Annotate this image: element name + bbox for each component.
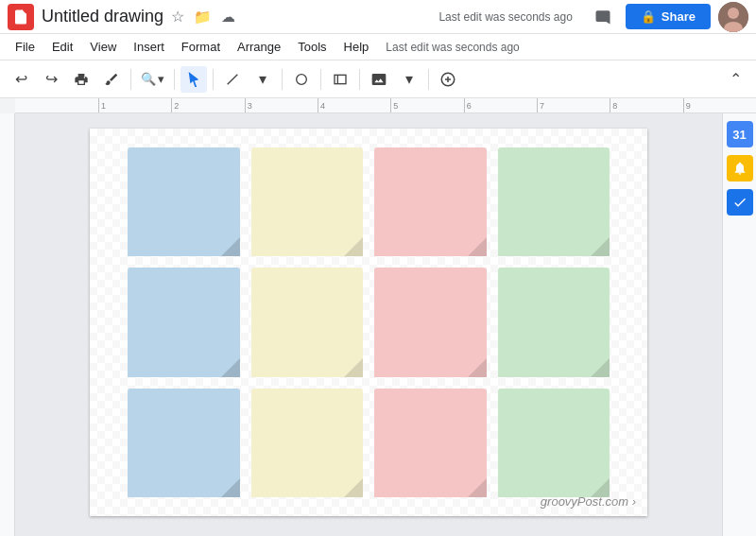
cloud-icon[interactable]: ☁ xyxy=(221,9,235,26)
note-corner-4 xyxy=(591,237,610,256)
menu-bar: File Edit View Insert Format Arrange Too… xyxy=(0,34,756,61)
textbox-tool[interactable] xyxy=(327,66,353,93)
svg-marker-13 xyxy=(221,237,240,256)
ruler-mark-6: 6 xyxy=(464,98,537,112)
toolbar: ↩ ↪ 🔍 ▾ ▾ ▾ ⌃ xyxy=(0,61,756,98)
ruler-mark-1: 1 xyxy=(98,98,171,112)
svg-point-4 xyxy=(728,8,739,19)
share-label: Share xyxy=(662,9,696,24)
canvas-area: groovyPost.com › 31 xyxy=(0,113,756,536)
note-body-10 xyxy=(251,389,364,497)
sidebar-notification-icon[interactable] xyxy=(727,155,753,182)
sidebar-check-icon[interactable] xyxy=(727,189,753,216)
sep7 xyxy=(428,69,429,90)
svg-marker-19 xyxy=(468,358,487,377)
print-button[interactable] xyxy=(68,66,94,93)
svg-marker-21 xyxy=(221,478,240,497)
note-body-12 xyxy=(498,389,610,497)
note-body-1 xyxy=(128,147,240,256)
menu-tools[interactable]: Tools xyxy=(290,38,334,56)
sticky-note-11[interactable] xyxy=(374,389,487,497)
canvas-inner: groovyPost.com › xyxy=(90,129,647,516)
user-avatar[interactable] xyxy=(718,2,748,32)
sticky-note-3[interactable] xyxy=(374,147,487,256)
notes-grid xyxy=(128,147,610,497)
last-edit-menu: Last edit was seconds ago xyxy=(386,41,519,54)
drawing-canvas[interactable]: groovyPost.com › xyxy=(90,129,647,516)
sep2 xyxy=(174,69,175,90)
menu-arrange[interactable]: Arrange xyxy=(230,38,288,56)
note-body-8 xyxy=(498,268,610,376)
menu-edit[interactable]: Edit xyxy=(44,38,80,56)
right-sidebar: 31 xyxy=(722,113,756,536)
menu-help[interactable]: Help xyxy=(336,38,377,56)
watermark: groovyPost.com › xyxy=(541,494,636,509)
menu-view[interactable]: View xyxy=(82,38,124,56)
collapse-toolbar-button[interactable]: ⌃ xyxy=(722,66,748,93)
svg-marker-16 xyxy=(591,237,610,256)
menu-format[interactable]: Format xyxy=(174,38,228,56)
sticky-note-1[interactable] xyxy=(128,147,240,256)
ruler-mark-5: 5 xyxy=(390,98,463,112)
menu-insert[interactable]: Insert xyxy=(126,38,172,56)
toolbar-right: ⌃ xyxy=(722,66,748,93)
sep4 xyxy=(282,69,283,90)
sidebar-number-icon[interactable]: 31 xyxy=(727,121,753,147)
left-ruler xyxy=(0,113,15,536)
menu-file[interactable]: File xyxy=(8,38,43,56)
zoom-chevron: ▾ xyxy=(158,72,164,86)
sticky-note-2[interactable] xyxy=(251,147,364,256)
ruler-mark-2: 2 xyxy=(171,98,244,112)
sticky-note-12[interactable] xyxy=(498,389,610,497)
comment-button[interactable] xyxy=(588,2,618,32)
svg-marker-17 xyxy=(221,358,240,377)
note-corner-9 xyxy=(221,478,240,497)
note-corner-6 xyxy=(344,358,363,377)
note-corner-3 xyxy=(468,237,487,256)
sep5 xyxy=(320,69,321,90)
line-chevron[interactable]: ▾ xyxy=(249,66,276,93)
doc-title[interactable]: Untitled drawing xyxy=(42,7,163,26)
svg-marker-14 xyxy=(344,237,363,256)
ruler-mark-4: 4 xyxy=(318,98,390,112)
canvas-wrapper[interactable]: groovyPost.com › xyxy=(15,113,722,536)
svg-point-7 xyxy=(297,74,307,84)
sticky-note-7[interactable] xyxy=(374,268,487,376)
svg-marker-20 xyxy=(591,358,610,377)
sticky-note-5[interactable] xyxy=(128,268,240,376)
select-tool[interactable] xyxy=(180,66,207,93)
shape-tool[interactable] xyxy=(288,66,315,93)
image-tool[interactable] xyxy=(366,66,392,93)
image-chevron[interactable]: ▾ xyxy=(396,66,422,93)
sep1 xyxy=(130,69,131,90)
title-right: Last edit was seconds ago 🔒 Share xyxy=(438,2,748,32)
note-body-5 xyxy=(128,268,240,376)
ruler-mark-9: 9 xyxy=(683,98,756,112)
insert-tool[interactable] xyxy=(435,66,461,93)
redo-button[interactable]: ↪ xyxy=(38,66,64,93)
ruler: 1 2 3 4 5 6 7 8 9 xyxy=(15,98,756,113)
sticky-note-8[interactable] xyxy=(498,268,610,376)
note-corner-10 xyxy=(344,478,363,497)
paint-format-button[interactable] xyxy=(98,66,125,93)
sticky-note-10[interactable] xyxy=(251,389,364,497)
share-button[interactable]: 🔒 Share xyxy=(626,4,711,29)
title-bar: Untitled drawing ☆ 📁 ☁ Last edit was sec… xyxy=(0,0,756,34)
note-body-6 xyxy=(251,268,364,376)
note-body-2 xyxy=(251,147,364,256)
title-icons: ☆ 📁 ☁ xyxy=(171,8,235,26)
line-tool[interactable] xyxy=(219,66,246,93)
svg-marker-18 xyxy=(344,358,363,377)
sticky-note-4[interactable] xyxy=(498,147,610,256)
sticky-note-6[interactable] xyxy=(251,268,364,376)
star-icon[interactable]: ☆ xyxy=(171,8,184,26)
sticky-note-9[interactable] xyxy=(128,389,240,497)
folder-icon[interactable]: 📁 xyxy=(194,9,212,26)
undo-button[interactable]: ↩ xyxy=(8,66,34,93)
zoom-value: 🔍 xyxy=(141,72,156,86)
note-corner-1 xyxy=(221,237,240,256)
note-body-9 xyxy=(128,389,240,497)
note-body-3 xyxy=(374,147,487,256)
zoom-dropdown[interactable]: 🔍 ▾ xyxy=(137,70,168,88)
svg-line-6 xyxy=(228,74,238,84)
